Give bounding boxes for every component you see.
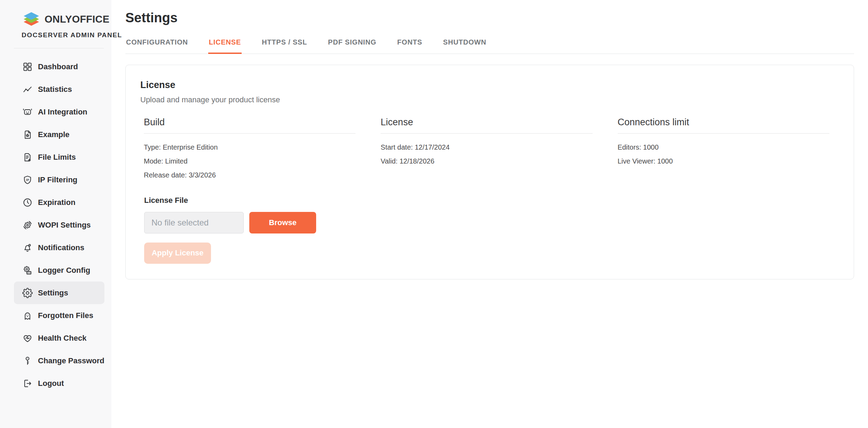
sidebar-item-label: AI Integration [38, 108, 87, 117]
brand-subtitle: DOCSERVER ADMIN PANEL [22, 31, 111, 39]
sidebar-item-label: Logout [38, 379, 64, 388]
build-heading: Build [144, 117, 355, 134]
license-heading: License [381, 117, 592, 134]
sidebar-item-label: Expiration [38, 198, 76, 207]
document-star-icon [22, 129, 33, 140]
onlyoffice-logo-icon [22, 10, 41, 28]
license-card: License Upload and manage your product l… [125, 65, 854, 279]
license-file-label: License File [144, 196, 839, 205]
connections-live-viewer: Live Viewer: 1000 [618, 157, 829, 165]
tab-pdf-signing[interactable]: PDF SIGNING [327, 36, 377, 54]
svg-text:IP: IP [26, 178, 30, 181]
sidebar-item-dashboard[interactable]: Dashboard [14, 55, 104, 78]
settings-tabs: CONFIGURATION LICENSE HTTPS / SSL PDF SI… [125, 36, 854, 54]
bell-icon [22, 243, 33, 253]
document-lines-icon [22, 152, 33, 163]
build-type: Type: Enterprise Edition [144, 143, 355, 151]
tab-https-ssl[interactable]: HTTPS / SSL [261, 36, 308, 54]
logo-block: ONLYOFFICE DOCSERVER ADMIN PANEL [0, 10, 111, 39]
license-file-input[interactable] [144, 212, 244, 233]
tab-fonts[interactable]: FONTS [397, 36, 423, 54]
ai-robot-icon [22, 107, 33, 117]
sidebar-item-label: Statistics [38, 85, 72, 94]
license-file-section: License File Browse Apply License [144, 196, 839, 264]
logout-icon [22, 378, 33, 389]
sidebar-item-settings[interactable]: Settings [14, 282, 104, 304]
ghost-icon [22, 310, 33, 321]
sidebar: ONLYOFFICE DOCSERVER ADMIN PANEL Dashboa… [0, 0, 111, 428]
sidebar-item-logger-config[interactable]: Logger Config [14, 259, 104, 282]
sidebar-item-label: Health Check [38, 334, 86, 343]
page-title: Settings [125, 10, 854, 26]
connections-editors: Editors: 1000 [618, 143, 829, 151]
shield-ip-icon: IP [22, 175, 33, 185]
statistics-icon [22, 84, 33, 95]
sidebar-item-wopi-settings[interactable]: WOPI Settings [14, 214, 104, 236]
gear-card-icon [22, 265, 33, 276]
gear-orbit-icon [22, 220, 33, 230]
license-start-date: Start date: 12/17/2024 [381, 143, 592, 151]
sidebar-item-label: Forgotten Files [38, 311, 93, 320]
sidebar-item-health-check[interactable]: Health Check [14, 327, 104, 349]
tab-license[interactable]: LICENSE [208, 36, 242, 54]
browse-button[interactable]: Browse [249, 212, 316, 233]
apply-license-button[interactable]: Apply License [144, 243, 211, 264]
heart-pulse-icon [22, 333, 33, 343]
sidebar-item-label: Settings [38, 288, 68, 298]
license-info-grid: Build Type: Enterprise Edition Mode: Lim… [140, 117, 839, 179]
key-icon [22, 356, 33, 366]
sidebar-item-label: Logger Config [38, 266, 90, 275]
sidebar-item-example[interactable]: Example [14, 123, 104, 146]
card-title: License [140, 80, 839, 90]
main-content: Settings CONFIGURATION LICENSE HTTPS / S… [111, 0, 868, 428]
build-column: Build Type: Enterprise Edition Mode: Lim… [144, 117, 355, 179]
connections-column: Connections limit Editors: 1000 Live Vie… [618, 117, 829, 179]
build-release-date: Release date: 3/3/2026 [144, 171, 355, 179]
sidebar-item-expiration[interactable]: Expiration [14, 191, 104, 214]
sidebar-item-file-limits[interactable]: File Limits [14, 146, 104, 168]
build-mode: Mode: Limited [144, 157, 355, 165]
sidebar-item-logout[interactable]: Logout [14, 372, 104, 395]
sidebar-item-label: WOPI Settings [38, 221, 91, 230]
tab-configuration[interactable]: CONFIGURATION [125, 36, 189, 54]
sidebar-item-label: File Limits [38, 153, 76, 162]
connections-heading: Connections limit [618, 117, 829, 134]
dashboard-icon [22, 62, 33, 72]
sidebar-item-label: Notifications [38, 243, 84, 252]
license-valid: Valid: 12/18/2026 [381, 157, 592, 165]
license-column: License Start date: 12/17/2024 Valid: 12… [381, 117, 592, 179]
clock-icon [22, 197, 33, 208]
sidebar-item-statistics[interactable]: Statistics [14, 78, 104, 101]
sidebar-item-forgotten-files[interactable]: Forgotten Files [14, 304, 104, 327]
card-subtitle: Upload and manage your product license [140, 95, 839, 104]
sidebar-item-label: IP Filtering [38, 175, 77, 184]
sidebar-item-ip-filtering[interactable]: IP IP Filtering [14, 168, 104, 191]
gear-icon [22, 288, 33, 298]
sidebar-item-notifications[interactable]: Notifications [14, 236, 104, 259]
app-window: ONLYOFFICE DOCSERVER ADMIN PANEL Dashboa… [0, 0, 868, 428]
sidebar-item-label: Example [38, 130, 70, 139]
sidebar-item-label: Change Password [38, 356, 104, 365]
sidebar-item-change-password[interactable]: Change Password [14, 349, 104, 372]
tab-shutdown[interactable]: SHUTDOWN [443, 36, 487, 54]
sidebar-divider [14, 48, 104, 48]
sidebar-item-ai-integration[interactable]: AI Integration [14, 101, 104, 123]
sidebar-nav: Dashboard Statistics AI Integr [0, 55, 111, 395]
sidebar-item-label: Dashboard [38, 62, 78, 71]
brand-name: ONLYOFFICE [45, 14, 109, 25]
